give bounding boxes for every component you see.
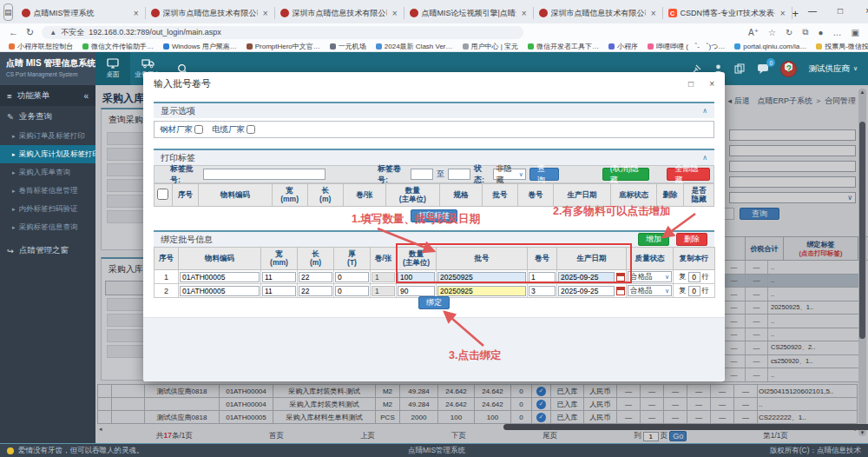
- rollno-input[interactable]: [529, 272, 556, 282]
- bookmark-item[interactable]: 哔哩哔哩 ( ゜- ゜)つ…: [648, 42, 725, 51]
- collapse-chevron-icon[interactable]: ∧: [702, 107, 707, 115]
- quality-select[interactable]: 合格品 ∨: [628, 285, 672, 296]
- browser-action-icon[interactable]: ●: [819, 28, 824, 37]
- bookmark-item[interactable]: 微信文件传输助手…: [82, 42, 154, 51]
- bookmark-item[interactable]: 用户中心 | 宝元: [463, 42, 519, 51]
- chat-icon[interactable]: 0: [757, 63, 769, 74]
- length-input[interactable]: [299, 286, 332, 296]
- width-input[interactable]: [262, 272, 296, 282]
- nav-desktop[interactable]: 桌面: [95, 52, 130, 85]
- calendar-icon[interactable]: [616, 287, 625, 295]
- add-row-button[interactable]: 增加: [638, 233, 669, 246]
- sidebar-item[interactable]: ▸ 卷筒标签信息管理: [0, 182, 95, 200]
- qty-input[interactable]: [398, 286, 435, 296]
- sidebar-group-business-query[interactable]: ✎ 业务查询: [0, 106, 95, 127]
- checkbox-label: 电缆厂家: [212, 124, 245, 136]
- browser-tab[interactable]: C CSDN博客-专业IT技术发表平台 ×: [663, 3, 792, 23]
- tab-close-icon[interactable]: ×: [391, 9, 399, 18]
- browser-action-icon[interactable]: A⁺: [748, 28, 759, 37]
- user-menu[interactable]: 测试供应商 ∨: [808, 63, 858, 75]
- collapse-chevron-icon[interactable]: ∧: [702, 154, 707, 162]
- section-display-options[interactable]: 显示选项 ∧: [154, 102, 714, 118]
- sidebar-item[interactable]: ▸ 采购入库单查询: [0, 163, 95, 182]
- steel-vendor-checkbox[interactable]: 钢材厂家: [160, 124, 203, 136]
- dialog-maximize-icon[interactable]: □: [688, 79, 694, 89]
- qty-input[interactable]: [398, 272, 435, 282]
- quality-select[interactable]: 合格品 ∨: [628, 271, 672, 282]
- checkbox-icon[interactable]: [194, 125, 203, 134]
- rollno-input[interactable]: [529, 286, 556, 296]
- checkbox-icon[interactable]: [157, 189, 168, 200]
- bookmark-item[interactable]: 微信开发者工具下…: [528, 42, 599, 51]
- windows-icon[interactable]: [734, 63, 746, 74]
- roll-to-input[interactable]: [448, 169, 470, 180]
- copy-count-input[interactable]: [688, 286, 700, 296]
- tab-close-icon[interactable]: ×: [132, 9, 141, 18]
- bind-button[interactable]: 绑定: [418, 296, 450, 309]
- material-code-input[interactable]: [180, 272, 260, 282]
- close-button[interactable]: ×: [854, 0, 868, 21]
- sidebar-item[interactable]: ▸ 内外标签扫码验证: [0, 200, 95, 218]
- browser-action-icon[interactable]: ☆: [768, 28, 776, 37]
- browser-action-icon[interactable]: …: [833, 28, 842, 37]
- print-query-button[interactable]: 查询: [529, 168, 559, 181]
- sidebar-menu-header[interactable]: ≡ 功能菜单 «: [0, 85, 95, 106]
- sidebar-item-admin-window[interactable]: ↪ 点睛管理之窗: [0, 240, 95, 261]
- sidebar-item[interactable]: ▸ 采购订单及标签打印: [0, 127, 95, 145]
- bookmark-item[interactable]: Windows 用户聚惠…: [163, 42, 237, 51]
- browser-action-icon[interactable]: ↻: [786, 28, 792, 37]
- status-select[interactable]: 非隐藏 ∨: [493, 169, 526, 180]
- browser-tab[interactable]: 点睛MIS论坛视频引擎|点睛免费… ×: [404, 3, 534, 23]
- sidebar-item[interactable]: ▸ 采购标签信息查询: [0, 218, 95, 236]
- tab-close-icon[interactable]: ×: [649, 9, 658, 18]
- date-input[interactable]: [558, 286, 615, 296]
- date-input[interactable]: [558, 272, 615, 282]
- browser-tab[interactable]: 点睛MIS管理系统 ×: [16, 3, 146, 23]
- length-input[interactable]: [299, 272, 332, 282]
- browser-action-icon[interactable]: ⧉: [802, 27, 808, 37]
- browser-tab[interactable]: 深圳市点睛信息技术有限公司点睛 ×: [534, 3, 663, 23]
- delete-row-button[interactable]: 删除: [676, 233, 707, 246]
- bookmark-item[interactable]: 小程序: [608, 42, 638, 51]
- browser-tab[interactable]: 深圳市点睛信息技术有限公司点睛 ×: [146, 3, 275, 23]
- bookmark-item[interactable]: 一元机场: [330, 42, 366, 51]
- refresh-icon[interactable]: ↻: [26, 27, 34, 38]
- bookmarks-overflow-icon[interactable]: ›: [858, 41, 861, 50]
- maximize-button[interactable]: □: [826, 0, 854, 21]
- minimize-button[interactable]: —: [799, 0, 826, 21]
- bookmark-item[interactable]: portal.qiniu.com/ia…: [734, 43, 806, 50]
- browser-action-icon[interactable]: ▣: [852, 28, 859, 37]
- label-batch-input[interactable]: [203, 169, 326, 180]
- hide-all-button[interactable]: 全部隐藏: [667, 168, 710, 181]
- checkbox-icon[interactable]: [247, 125, 255, 134]
- browser-tab[interactable]: 深圳市点睛信息技术有限公司点睛 ×: [275, 3, 404, 23]
- bookmark-item[interactable]: 2024最新 Clash Ver…: [376, 42, 453, 51]
- calendar-icon[interactable]: [616, 273, 625, 281]
- back-icon[interactable]: ←: [9, 27, 18, 37]
- bookmark-item[interactable]: 小程序联想控制台: [9, 42, 73, 51]
- tab-close-icon[interactable]: ×: [779, 9, 787, 18]
- dialog-titlebar[interactable]: 输入批号卷号 □ ×: [143, 72, 725, 95]
- dialog-close-icon[interactable]: ×: [709, 79, 714, 89]
- sidebar-item[interactable]: ▸ 采购入库计划及标签打印: [0, 145, 95, 163]
- avatar[interactable]: ?: [780, 61, 797, 77]
- copy-count-input[interactable]: [688, 272, 700, 282]
- roll-from-input[interactable]: [411, 169, 433, 180]
- thickness-input[interactable]: [335, 272, 369, 282]
- tab-close-icon[interactable]: ×: [261, 9, 270, 18]
- material-code-input[interactable]: [180, 286, 260, 296]
- cable-vendor-checkbox[interactable]: 电缆厂家: [212, 124, 255, 136]
- unhide-button[interactable]: (取消)隐藏: [602, 168, 650, 181]
- bookmark-item[interactable]: PromptHero中文官…: [247, 42, 320, 51]
- width-input[interactable]: [262, 286, 296, 296]
- url-box[interactable]: ▲ 不安全 192.168.0.32:789/out_login/main.as…: [42, 26, 523, 39]
- tab-close-icon[interactable]: ×: [520, 9, 529, 18]
- section-bind-batch[interactable]: 绑定批号信息 增加 删除: [154, 230, 714, 247]
- collapse-icon[interactable]: «: [83, 91, 89, 101]
- new-tab-button[interactable]: +: [792, 7, 799, 20]
- batch-input[interactable]: [437, 272, 526, 282]
- tab-search-icon[interactable]: ▤: [3, 3, 13, 21]
- select-all-checkbox[interactable]: [155, 184, 173, 207]
- thickness-input[interactable]: [335, 286, 369, 296]
- batch-input[interactable]: [437, 286, 526, 296]
